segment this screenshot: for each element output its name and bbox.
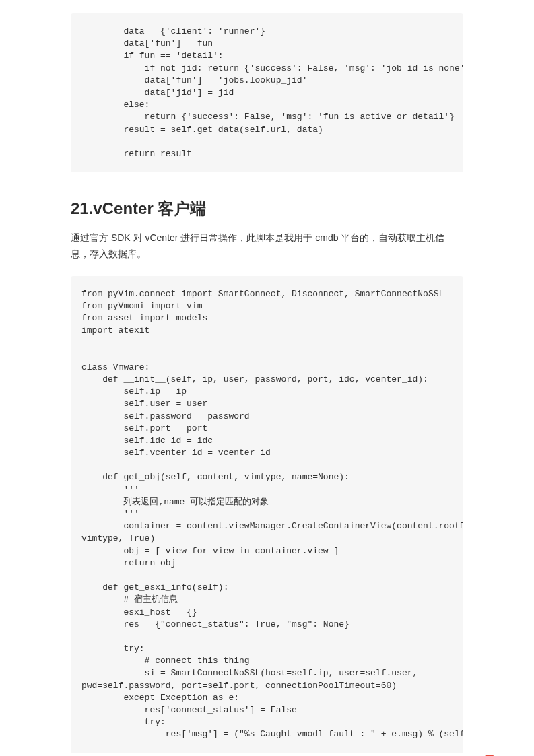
section-heading: 21.vCenter 客户端 xyxy=(71,198,463,219)
site-logo-icon: php xyxy=(470,753,500,756)
site-watermark: php 中文网 xyxy=(470,753,530,756)
code-block-2: from pyVim.connect import SmartConnect, … xyxy=(71,276,463,753)
code-block-1: data = {'client': 'runner'} data['fun'] … xyxy=(71,13,463,172)
section-description: 通过官方 SDK 对 vCenter 进行日常操作，此脚本是我用于 cmdb 平… xyxy=(71,230,463,263)
